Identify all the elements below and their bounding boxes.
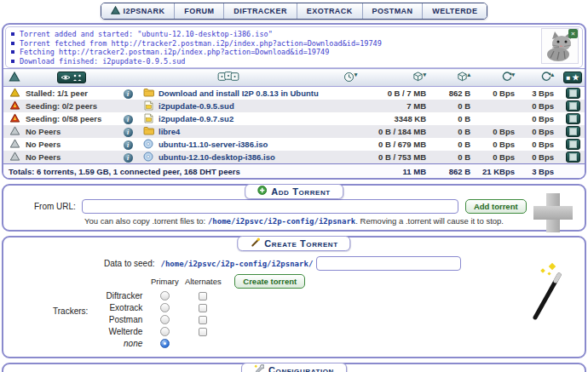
tx-rate-column-header[interactable]: ▴ bbox=[522, 69, 561, 87]
details-icon[interactable]: i bbox=[124, 140, 133, 150]
tracker-name: Exotrack bbox=[95, 303, 147, 312]
torrent-eta bbox=[339, 151, 361, 164]
torrent-tx-rate: 0 Bps bbox=[522, 151, 561, 164]
table-row: Seeding: 0/2 peers i2pupdate-0.9.5.sud 7… bbox=[3, 100, 585, 112]
tab-label: FORUM bbox=[184, 7, 214, 15]
tab-diftracker[interactable]: DIFTRACKER bbox=[223, 3, 297, 19]
seed-base-path: /home/i2psvc/i2p-config/i2psnark/ bbox=[160, 260, 313, 268]
tab-exotrack[interactable]: EXOTRACK bbox=[297, 3, 362, 19]
torrent-rx-rate: 0 Bps bbox=[477, 125, 522, 138]
wrench-icon bbox=[254, 364, 264, 372]
tab-label: DIFTRACKER bbox=[233, 7, 287, 15]
torrent-rx-rate bbox=[477, 100, 522, 112]
torrent-name-link[interactable]: ubuntu-11.10-server-i386.iso bbox=[159, 140, 268, 149]
stop-button[interactable] bbox=[566, 113, 580, 124]
primary-radio-welterde[interactable] bbox=[160, 327, 170, 336]
rx-column-header[interactable]: ▾ bbox=[361, 69, 433, 87]
eta-column-header[interactable]: ▾ bbox=[339, 69, 361, 87]
primary-radio-exotrack[interactable] bbox=[160, 303, 170, 312]
tab-label: EXOTRACK bbox=[307, 7, 353, 15]
torrent-name-link[interactable]: i2pupdate-0.9.7.su2 bbox=[159, 114, 233, 123]
status-column-header[interactable] bbox=[3, 69, 26, 87]
add-torrent-button[interactable]: Add torrent bbox=[465, 199, 527, 214]
section-title: Add Torrent bbox=[271, 186, 331, 197]
file-icon bbox=[144, 103, 153, 112]
tx-column-header[interactable]: ▴ bbox=[433, 69, 477, 87]
torrent-name-link[interactable]: i2pupdate-0.9.5.sud bbox=[159, 101, 234, 111]
totals-summary: Totals: 6 torrents, 1.59 GB, 1 connected… bbox=[3, 164, 361, 179]
primary-radio-diftracker[interactable] bbox=[160, 291, 170, 300]
add-torrent-header[interactable]: Add Torrent bbox=[245, 184, 343, 199]
create-torrent-panel: Create Torrent Data to seed: /home/i2psv… bbox=[2, 236, 586, 358]
torrent-tx: 0 B bbox=[433, 138, 477, 151]
tab-i2psnark[interactable]: I2PSNARK bbox=[101, 3, 175, 19]
cat-thumbnail: ✕ bbox=[541, 28, 579, 64]
torrent-status: Seeding: 0/58 peers bbox=[26, 112, 118, 125]
torrent-rx: 0 B / 753 MB bbox=[361, 151, 433, 164]
torrent-rx-rate: 0 Bps bbox=[477, 138, 522, 151]
torrent-status: Seeding: 0/2 peers bbox=[26, 100, 118, 112]
torrent-tx: 0 B bbox=[433, 100, 477, 112]
i2psnark-logo-icon bbox=[111, 6, 120, 16]
alternate-checkbox-diftracker[interactable] bbox=[199, 292, 207, 300]
details-icon[interactable]: i bbox=[124, 89, 133, 99]
details-icon[interactable]: i bbox=[124, 153, 133, 163]
tab-welterde[interactable]: WELTERDE bbox=[422, 3, 487, 19]
table-row: No Peers i ubuntu-11.10-server-i386.iso … bbox=[3, 138, 585, 151]
table-row: No Peers i libre4 0 B / 184 MB 0 B 0 Bps… bbox=[3, 125, 585, 138]
down-rate-icon bbox=[502, 74, 512, 83]
snark-dir-path: /home/i2psvc/i2p-config/i2psnark bbox=[208, 217, 355, 226]
table-row: No Peers i ubuntu-12.10-desktop-i386.iso… bbox=[3, 151, 585, 164]
primary-radio-postman[interactable] bbox=[160, 315, 170, 324]
tab-label: POSTMAN bbox=[372, 7, 413, 15]
alternate-checkbox-exotrack[interactable] bbox=[199, 304, 207, 312]
create-torrent-header[interactable]: Create Torrent bbox=[237, 236, 350, 251]
details-icon[interactable]: i bbox=[124, 128, 133, 137]
action-column-header[interactable]: ■★ bbox=[561, 69, 585, 87]
table-header-row: ▾ ▾ ▴ ▾ ▴ ■★ bbox=[3, 69, 585, 87]
tab-forum[interactable]: FORUM bbox=[174, 3, 223, 19]
torrent-name-link[interactable]: Download and install I2P 0.8.13 in Ubunt… bbox=[159, 89, 319, 98]
data-to-seed-input[interactable] bbox=[316, 256, 461, 271]
folder-icon bbox=[143, 128, 154, 137]
create-torrent-button[interactable]: Create torrent bbox=[234, 274, 305, 289]
log-line: Torrent fetched from http://tracker2.pos… bbox=[11, 39, 579, 49]
torrent-tx-rate: 3 Bps bbox=[522, 87, 561, 100]
totals-tx-rate: 3 Bps bbox=[522, 164, 561, 179]
peers-toggle[interactable] bbox=[26, 69, 118, 87]
rx-rate-column-header[interactable]: ▾ bbox=[477, 69, 522, 87]
log-line: Download finished: i2pupdate-0.9.5.sud bbox=[11, 57, 579, 66]
stop-icon bbox=[569, 153, 577, 161]
add-torrent-panel: Add Torrent From URL: Add torrent You ca… bbox=[2, 184, 586, 232]
torrent-name-link[interactable]: libre4 bbox=[159, 127, 180, 136]
stop-button[interactable] bbox=[566, 100, 580, 112]
details-icon[interactable]: i bbox=[124, 115, 133, 124]
trackers-label: Trackers: bbox=[53, 306, 88, 316]
torrent-tx-rate: 0 Bps bbox=[522, 125, 561, 138]
status-no-peers-icon bbox=[9, 140, 20, 150]
alternate-checkbox-welterde[interactable] bbox=[199, 328, 207, 336]
primary-radio-none[interactable] bbox=[160, 339, 170, 348]
stop-button[interactable] bbox=[566, 152, 580, 163]
close-icon[interactable]: ✕ bbox=[568, 29, 578, 38]
stop-button[interactable] bbox=[566, 139, 580, 150]
configuration-panel: Configuration bbox=[2, 363, 586, 372]
stop-button[interactable] bbox=[566, 88, 580, 99]
wand-icon bbox=[250, 238, 260, 249]
torrents-panel: Torrent added and started: "ubuntu-12.10… bbox=[2, 23, 586, 180]
torrent-url-input[interactable] bbox=[82, 199, 458, 214]
torrent-eta bbox=[339, 100, 361, 112]
stop-button[interactable] bbox=[566, 126, 580, 137]
status-seeding-icon bbox=[9, 102, 20, 112]
stop-icon bbox=[569, 128, 577, 135]
torrent-rx: 0 B / 679 MB bbox=[361, 138, 433, 151]
alternates-column-header: Alternates bbox=[182, 277, 224, 286]
stop-icon bbox=[569, 89, 577, 97]
tab-postman[interactable]: POSTMAN bbox=[362, 3, 423, 19]
configuration-header[interactable]: Configuration bbox=[241, 363, 347, 372]
bullet-icon bbox=[11, 42, 14, 45]
alternate-checkbox-postman[interactable] bbox=[199, 316, 207, 324]
torrents-table: ▾ ▾ ▴ ▾ ▴ ■★ bbox=[3, 68, 585, 178]
torrent-column-header[interactable] bbox=[118, 69, 339, 87]
torrent-name-link[interactable]: ubuntu-12.10-desktop-i386.iso bbox=[159, 152, 275, 162]
